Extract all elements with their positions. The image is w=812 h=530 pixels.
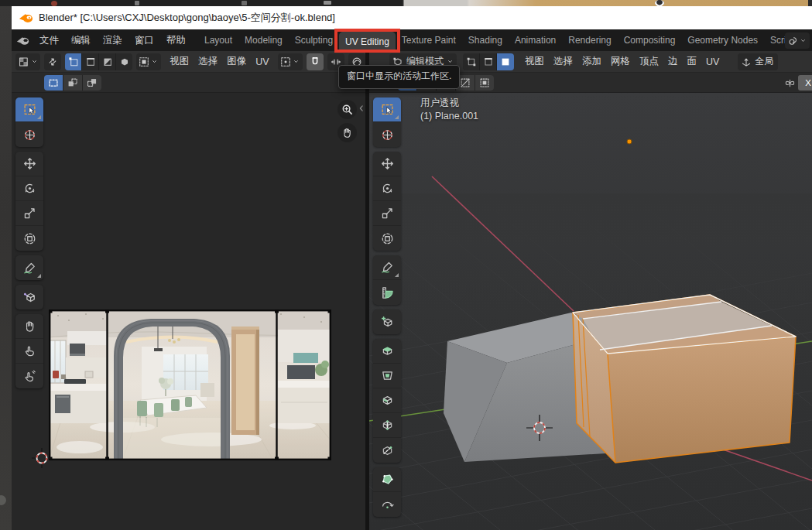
menubar-item-window[interactable]: 窗口	[128, 32, 160, 49]
menubar: 文件编辑渲染窗口帮助	[33, 29, 192, 51]
viewport-tool-add-cube-icon[interactable]	[373, 309, 401, 334]
viewport-tool-group	[373, 467, 401, 517]
uv-select-extend-button[interactable]	[63, 75, 82, 91]
symmetry-x-toggle[interactable]: X	[798, 75, 812, 91]
tooltip-text: 窗口中显示的活动工作区.	[347, 70, 451, 81]
workspace-tab-geometry-nodes[interactable]: Geometry Nodes	[681, 29, 764, 51]
uv-menu-select[interactable]: 选择	[194, 53, 222, 70]
menubar-item-render[interactable]: 渲染	[97, 32, 128, 49]
uv-tool-group	[15, 97, 43, 147]
uv-selection-mode-group	[65, 53, 132, 70]
transform-orientation-dropdown[interactable]: 全局	[738, 53, 778, 70]
viewport-tool-loop-cut-icon[interactable]	[373, 413, 401, 438]
hand-icon	[341, 127, 353, 138]
viewport-tool-inset-faces-icon[interactable]	[373, 364, 401, 388]
viewport-tool-poly-build-icon[interactable]	[373, 467, 401, 492]
viewport-tool-cursor-icon[interactable]	[373, 122, 401, 147]
uv-select-new-button[interactable]	[44, 75, 63, 91]
viewport-menu-mesh[interactable]: 网格	[606, 53, 635, 70]
viewport-menu-uv[interactable]: UV	[701, 53, 724, 70]
uv-tool-rotate-icon[interactable]	[15, 176, 43, 201]
uv-editor-header: 视图选择图像UV	[12, 51, 365, 73]
viewport-select-intersect-button[interactable]	[475, 75, 494, 91]
blender-menu-icon[interactable]	[12, 36, 33, 46]
workspace-tabs: LayoutModelingSculptingUV EditingTexture…	[198, 29, 800, 51]
uv-tool-scale-icon[interactable]	[15, 201, 43, 226]
workspace-tab-layout[interactable]: Layout	[198, 29, 238, 51]
pivot-point-dropdown[interactable]	[278, 53, 303, 70]
viewport-tool-group	[373, 97, 401, 147]
uv-tool-select-box-icon[interactable]	[15, 97, 43, 122]
sidebar-collapse-chevron[interactable]	[357, 104, 365, 113]
viewport-tool-bevel-icon[interactable]	[373, 388, 401, 413]
viewport-tool-measure-icon[interactable]	[373, 280, 401, 305]
viewport-menu-add[interactable]: 添加	[577, 53, 606, 70]
uv-menu-view[interactable]: 视图	[165, 53, 194, 70]
uv-reference-image	[49, 309, 331, 460]
viewport-tool-spin-icon[interactable]	[373, 492, 401, 517]
uv-tool-pinch-icon[interactable]	[15, 364, 43, 388]
viewport-face-select-button[interactable]	[497, 53, 514, 70]
viewport-tool-move-icon[interactable]	[373, 152, 401, 176]
uv-menu-image[interactable]: 图像	[222, 53, 251, 70]
menubar-item-help[interactable]: 帮助	[160, 32, 192, 49]
symmetry-x-label: X	[805, 78, 811, 87]
menubar-item-edit[interactable]: 编辑	[65, 32, 97, 49]
sticky-selection-dropdown[interactable]	[136, 53, 161, 70]
viewport-tool-knife-icon[interactable]	[373, 438, 401, 463]
snap-toggle[interactable]	[307, 53, 324, 70]
workspace-tab-uv-editing[interactable]: UV Editing	[339, 32, 396, 51]
viewport-tool-scale-icon[interactable]	[373, 201, 401, 226]
workspace-tab-rendering[interactable]: Rendering	[562, 29, 617, 51]
viewport-edge-select-button[interactable]	[480, 53, 497, 70]
uv-menu-uv[interactable]: UV	[251, 53, 273, 70]
zoom-gizmo-button[interactable]	[337, 100, 357, 119]
magnet-icon	[310, 56, 320, 67]
window-titlebar[interactable]: Blender* [C:\Users\CXJ\Desktop\gong\baoy…	[12, 6, 812, 29]
uv-tool-transform-icon[interactable]	[15, 226, 43, 251]
workspace-tab-animation[interactable]: Animation	[509, 29, 562, 51]
uv-tool-move-icon[interactable]	[15, 152, 43, 176]
viewport-menu-vertex[interactable]: 顶点	[635, 53, 663, 70]
uv-uv-island-select-button[interactable]	[116, 53, 132, 70]
viewport-menu-face[interactable]: 面	[683, 53, 702, 70]
uv-tool-group	[15, 152, 43, 251]
uv-editor-viewport[interactable]	[12, 93, 365, 530]
viewport-menu-edge[interactable]: 边	[663, 53, 683, 70]
viewport-tool-select-box-icon[interactable]	[373, 97, 401, 122]
workspace-tab-shading[interactable]: Shading	[462, 29, 509, 51]
menubar-item-file[interactable]: 文件	[33, 32, 65, 49]
topbar: 文件编辑渲染窗口帮助 LayoutModelingSculptingUV Edi…	[12, 29, 812, 51]
workspace-tab-modeling[interactable]: Modeling	[238, 29, 289, 51]
chevron-down-icon	[293, 58, 300, 65]
viewport-tool-transform-icon[interactable]	[373, 226, 401, 251]
viewport-tool-rotate-icon[interactable]	[373, 176, 401, 201]
workspace-tab-texture-paint[interactable]: Texture Paint	[396, 29, 462, 51]
editor-type-dropdown[interactable]	[15, 53, 40, 70]
uv-uv-vertex-select-button[interactable]	[65, 53, 82, 70]
uv-editor-menubar: 视图选择图像UV	[165, 53, 273, 70]
scene-selector-dropdown[interactable]	[785, 32, 810, 49]
uv-select-subtract-button[interactable]	[83, 75, 101, 91]
viewport-menu-view[interactable]: 视图	[520, 53, 549, 70]
viewport-3d[interactable]: 用户透视 (1) Plane.001	[369, 93, 812, 530]
uv-tool-grab-icon[interactable]	[15, 314, 43, 339]
uv-uv-edge-select-button[interactable]	[82, 53, 99, 70]
uv-uv-face-select-button[interactable]	[99, 53, 116, 70]
workspace-tab-compositing[interactable]: Compositing	[618, 29, 682, 51]
uv-tool-relax-icon[interactable]	[15, 339, 43, 364]
viewport-tool-annotate-icon[interactable]	[373, 255, 401, 280]
uv-sync-selection-toggle[interactable]	[44, 53, 61, 70]
uv-tool-annotate-icon[interactable]	[15, 255, 43, 280]
pan-gizmo-button[interactable]	[337, 123, 357, 142]
workspace-tab-sculpting[interactable]: Sculpting	[289, 29, 339, 51]
orientation-label: 全局	[753, 55, 775, 68]
viewport-menu-select[interactable]: 选择	[549, 53, 577, 70]
uv-tool-cursor-icon[interactable]	[15, 122, 43, 147]
viewport-vertex-select-button[interactable]	[463, 53, 480, 70]
3d-scene	[369, 93, 812, 530]
uv-tool-rip-region-icon[interactable]	[15, 285, 43, 309]
viewport-tool-extrude-region-icon[interactable]	[373, 339, 401, 364]
background-icon	[655, 0, 664, 6]
viewport-view-label: 用户透视	[420, 97, 459, 110]
